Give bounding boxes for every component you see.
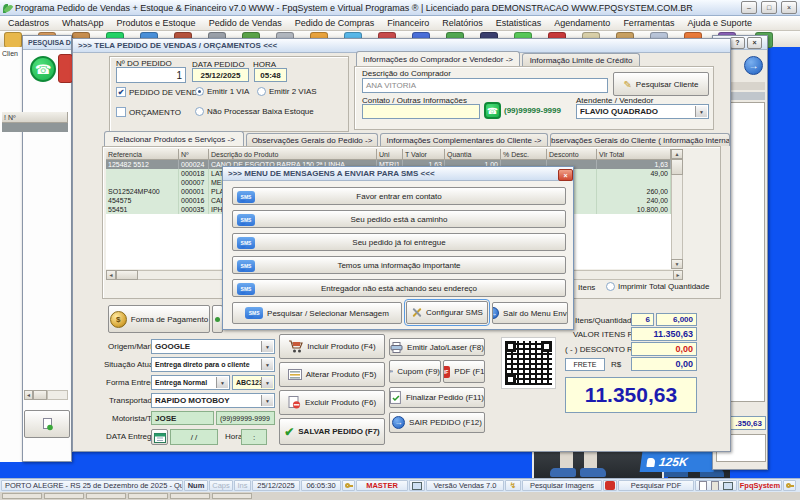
clientes-label: Clien (2, 50, 18, 57)
qr-corner (505, 341, 516, 352)
chevron-down-icon[interactable]: ▼ (261, 395, 273, 406)
minimize-button[interactable]: – (741, 1, 757, 14)
forma-pagamento-button[interactable]: $ Forma de Pagamento (108, 305, 210, 333)
frete-field[interactable]: 0,00 (631, 357, 697, 371)
menu-produtos[interactable]: Produtos e Estoque (117, 18, 196, 28)
imprimir-quantidade-radio[interactable]: Imprimir Total Quantidade (606, 282, 709, 291)
whatsapp-icon[interactable]: ☎ (484, 102, 501, 119)
finalizar-pedido-button[interactable]: Finalizar Pedido (F11) (389, 387, 485, 408)
restore-button[interactable]: □ (761, 1, 777, 14)
scroll-up-icon[interactable]: ▲ (671, 149, 683, 159)
emitir-jato-button[interactable]: Emitir Jato/Laser (F8) (389, 338, 485, 356)
motorista-field[interactable]: JOSE (151, 411, 214, 425)
motorista-tel-field[interactable]: (99)99999-9999 (216, 411, 275, 425)
hora-entrega-field[interactable]: : (241, 429, 267, 445)
pdf-icon (603, 480, 617, 491)
phone-red-icon[interactable] (58, 54, 73, 83)
status-pesquisar-imagens[interactable]: Pesquisar Imagens (522, 480, 602, 491)
itens-label: Itens (578, 283, 595, 292)
origem-select[interactable]: GOOGLE▼ (151, 339, 275, 354)
h-scroll-thumb[interactable] (116, 270, 138, 280)
orcamento-checkbox[interactable]: ORÇAMENTO (116, 107, 181, 117)
hora-field[interactable]: 05:48 (254, 68, 287, 82)
forma-entrega-select[interactable]: Entrega Normal▼ (151, 375, 230, 390)
cupom-button[interactable]: Cupom (F9) (389, 360, 441, 383)
menu-ajuda[interactable]: Ajuda e Suporte (687, 18, 752, 28)
transportador-select[interactable]: RAPIDO MOTOBOY▼ (151, 393, 275, 408)
scroll-right-icon[interactable]: ► (673, 270, 683, 280)
menu-pedido-compras[interactable]: Pedido de Compras (295, 18, 375, 28)
background-window-left-strip (0, 47, 23, 462)
total-geral-field: 11.350,63 (565, 377, 697, 413)
tab-limite-credito[interactable]: Informação Limite de Crédito (522, 53, 640, 66)
alterar-produto-button[interactable]: Alterar Produto (F5) (279, 362, 385, 387)
toolbar-icon[interactable] (4, 32, 22, 48)
data-entrega-field[interactable]: / / (170, 429, 218, 445)
salvar-pedido-button[interactable]: ✔ SALVAR PEDIDO (F7) (279, 418, 385, 445)
configurar-sms-button[interactable]: Configurar SMS (406, 301, 488, 324)
menu-agendamento[interactable]: Agendamento (554, 18, 610, 28)
calendar-button[interactable] (151, 429, 168, 445)
scroll-down-icon[interactable]: ▼ (671, 259, 683, 269)
sair-pedido-button[interactable]: → SAIR PEDIDO (F12) (389, 412, 485, 433)
help-button[interactable]: ? (730, 37, 745, 49)
scroll-left-icon[interactable]: ◄ (24, 390, 33, 400)
menu-whatsapp[interactable]: WhatsApp (62, 18, 104, 28)
emitir-1via-radio[interactable]: Emitir 1 VIA (195, 87, 249, 96)
comprador-field[interactable]: ANA VITORIA (362, 78, 608, 93)
scroll-left-icon[interactable]: ◄ (106, 270, 116, 280)
scroll-track[interactable] (47, 390, 68, 400)
sms-message-button[interactable]: SMS Entregador não está achando seu ende… (232, 279, 566, 297)
tab-comprador-vendedor[interactable]: Informações do Comprador e Vendedor -> (356, 51, 520, 66)
menu-relatorios[interactable]: Relatórios (442, 18, 483, 28)
sms-message-button[interactable]: SMS Seu pedido já foi entregue (232, 233, 566, 251)
pesquisa-grid-selected-row[interactable] (2, 123, 68, 132)
tab-observacoes-cliente[interactable]: Observações Gerais do Cliente ( Informaç… (550, 133, 730, 146)
tab-relacionar-produtos[interactable]: Relacionar Produtos e Serviços -> (104, 131, 244, 146)
situacao-select[interactable]: Entrega direto para o cliente▼ (151, 357, 275, 372)
incluir-produto-button[interactable]: Incluir Produto (F4) (279, 334, 385, 359)
close-button[interactable]: × (781, 1, 797, 14)
placa-select[interactable]: ABC1234▼ (232, 375, 275, 390)
sms-message-button[interactable]: SMS Favor entrar em contato (232, 187, 566, 205)
scroll-thumb[interactable] (33, 390, 47, 400)
status-bar: PORTO ALEGRE - RS 25 de Dezembro de 2025… (0, 478, 800, 492)
numero-field[interactable]: 1 (116, 67, 186, 83)
close-icon[interactable]: × (558, 169, 573, 181)
menu-cadastros[interactable]: Cadastros (8, 18, 49, 28)
bottom-strip-box (44, 493, 84, 499)
tab-observacoes-pedido[interactable]: Observações Gerais do Pedido -> (246, 133, 378, 146)
sair-menu-envio-button[interactable]: → Sair do Menu Envio (492, 302, 568, 324)
pesquisa-bottom-button[interactable] (24, 410, 70, 438)
emitir-2vias-radio[interactable]: Emitir 2 VIAS (257, 87, 317, 96)
menu-pedido-vendas[interactable]: Pedido de Vendas (209, 18, 282, 28)
data-pedido-field[interactable]: 25/12/2025 (192, 68, 249, 82)
menu-ferramentas[interactable]: Ferramentas (623, 18, 674, 28)
baixa-estoque-radio[interactable]: Não Processar Baixa Estoque (195, 107, 314, 116)
pdf-button[interactable]: PDF PDF (F10) (443, 360, 485, 383)
pedido-venda-checkbox[interactable]: ✔ PEDIDO DE VENDA (116, 87, 203, 97)
menu-financeiro[interactable]: Financeiro (387, 18, 429, 28)
chevron-down-icon[interactable]: ▼ (695, 106, 707, 117)
contato-field[interactable] (362, 104, 480, 119)
close-icon[interactable]: × (747, 37, 762, 49)
tab-informacoes-cliente[interactable]: Informações Complementares do Cliente -> (380, 133, 548, 146)
status-pesquisar-pdf[interactable]: Pesquisar PDF (618, 480, 694, 491)
frete-button[interactable]: FRETE (565, 358, 605, 371)
green-dot-icon (215, 317, 220, 322)
sms-message-button[interactable]: SMS Seu pedido está a caminho (232, 210, 566, 228)
itens-count-field: 6 (631, 313, 654, 326)
atendente-select[interactable]: FLAVIO QUADRADO ▼ (576, 104, 709, 119)
chevron-down-icon[interactable]: ▼ (261, 359, 273, 370)
v-scroll-thumb[interactable] (671, 159, 683, 175)
chevron-down-icon[interactable]: ▼ (261, 341, 273, 352)
excluir-produto-button[interactable]: Excluir Produto (F6) (279, 390, 385, 415)
chevron-down-icon[interactable]: ▼ (216, 377, 228, 388)
menu-estatisticas[interactable]: Estatisticas (496, 18, 542, 28)
go-arrow-icon[interactable]: → (744, 56, 763, 75)
whatsapp-icon[interactable]: ☎ (30, 56, 56, 82)
chevron-down-icon[interactable]: ▼ (261, 377, 273, 388)
pesquisar-cliente-button[interactable]: ✎ Pesquisar Cliente (613, 72, 709, 96)
pesquisar-mensagem-button[interactable]: SMS Pesquisar / Selecionar Mensagem (232, 302, 402, 324)
sms-message-button[interactable]: SMS Temos uma informação importante (232, 256, 566, 274)
